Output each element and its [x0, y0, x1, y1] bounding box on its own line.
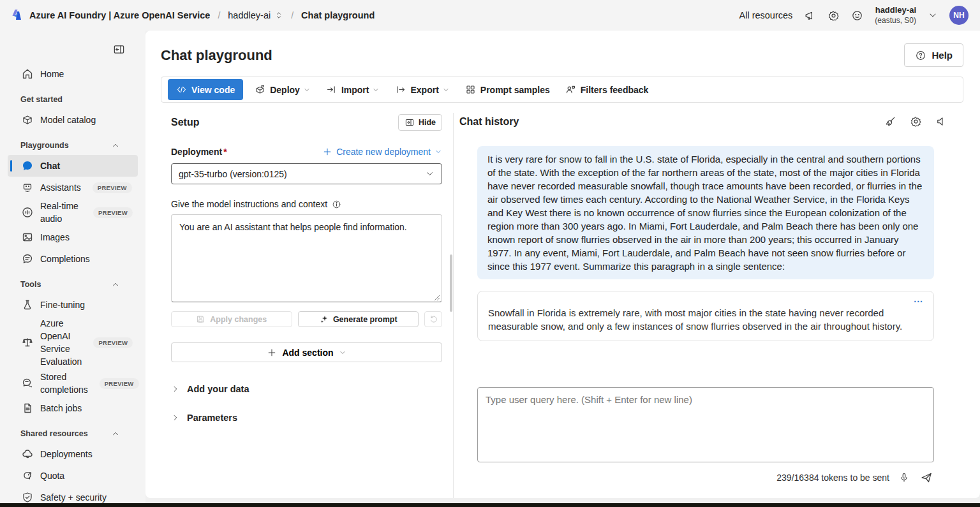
breadcrumb-separator: / [291, 10, 293, 20]
hide-setup-button[interactable]: Hide [398, 114, 442, 131]
sidebar-collapse-button[interactable] [112, 42, 126, 57]
sidebar-item-label: Images [40, 231, 70, 244]
sidebar-item-model-catalog[interactable]: Model catalog [0, 109, 139, 131]
send-icon [920, 471, 933, 484]
account-info[interactable]: haddley-ai (eastus, S0) [875, 5, 916, 25]
batch-jobs-icon [21, 402, 34, 415]
clear-chat-button[interactable] [883, 114, 898, 129]
instructions-label: Give the model instructions and context [171, 199, 442, 209]
sidebar-item-batch-jobs[interactable]: Batch jobs [0, 397, 139, 419]
deployment-select[interactable]: gpt-35-turbo (version:0125) [171, 163, 442, 184]
main-content: Chat playground Help View code Deploy Im… [145, 31, 980, 498]
deployments-cloud-icon [21, 448, 34, 460]
send-button[interactable] [919, 470, 934, 485]
undo-button[interactable] [424, 311, 442, 327]
info-icon[interactable] [332, 200, 341, 209]
message-more-options[interactable]: ... [488, 295, 923, 304]
sidebar-item-label: Home [40, 68, 64, 80]
chat-icon [21, 159, 34, 172]
filters-feedback-button[interactable]: Filters feedback [558, 79, 657, 100]
chat-panel: Chat history [454, 113, 980, 498]
sidebar-item-label: Deployments [40, 448, 93, 460]
project-switcher-icon[interactable] [274, 11, 283, 20]
sidebar-section-tools[interactable]: Tools [0, 275, 145, 294]
resize-handle-icon[interactable] [434, 295, 440, 301]
sidebar-section-playgrounds[interactable]: Playgrounds [0, 136, 145, 155]
view-code-button[interactable]: View code [168, 79, 243, 100]
sidebar-item-label: Batch jobs [40, 402, 82, 415]
scrollbar-thumb[interactable] [450, 254, 452, 312]
feedback-button[interactable] [851, 10, 863, 22]
sidebar-item-safety-security[interactable]: Safety + security [0, 487, 139, 503]
export-icon [395, 84, 406, 95]
prompt-samples-button[interactable]: Prompt samples [457, 79, 558, 100]
required-marker: * [223, 147, 226, 157]
chevron-down-icon [442, 86, 450, 94]
add-section-button[interactable]: Add section [171, 342, 442, 362]
completions-icon [21, 253, 34, 265]
account-name: haddley-ai [875, 5, 916, 15]
chat-input-area: 239/16384 tokens to be sent [477, 387, 934, 485]
announcements-button[interactable] [804, 10, 816, 22]
sparkle-icon [319, 314, 329, 324]
deploy-button[interactable]: Deploy [247, 79, 318, 100]
settings-button[interactable] [828, 10, 840, 22]
speaker-icon [935, 115, 947, 128]
preview-badge: PREVIEW [93, 337, 133, 348]
chat-settings-button[interactable] [909, 114, 923, 129]
sidebar-item-quota[interactable]: Quota [0, 465, 139, 487]
sidebar-item-label: Assistants [40, 181, 81, 194]
parameters-accordion[interactable]: Parameters [171, 413, 442, 423]
chevron-right-icon [171, 413, 180, 422]
export-button[interactable]: Export [387, 79, 457, 100]
topbar-right: All resources haddley-ai (eastus, S0) NH [739, 5, 969, 25]
setup-panel: Setup Hide Deployment* Create new deploy… [145, 113, 454, 498]
preview-badge: PREVIEW [100, 378, 139, 389]
apply-changes-button[interactable]: Apply changes [171, 311, 292, 327]
avatar[interactable]: NH [949, 6, 969, 25]
playground-toolbar: View code Deploy Import Export Prompt sa… [161, 77, 963, 103]
sidebar-item-images[interactable]: Images [0, 226, 139, 248]
create-new-deployment-button[interactable]: Create new deployment [322, 147, 442, 157]
sidebar-item-aoai-evaluation[interactable]: Azure OpenAI Service Evaluation PREVIEW [0, 316, 139, 369]
user-query-input[interactable] [477, 387, 934, 462]
all-resources-link[interactable]: All resources [739, 10, 792, 20]
account-chevron-down-icon[interactable] [928, 10, 938, 20]
sidebar-item-label: Safety + security [40, 491, 107, 503]
microphone-button[interactable] [897, 471, 911, 485]
brand[interactable]: Azure AI Foundry | Azure OpenAI Service [10, 8, 210, 23]
sidebar-section-shared-resources[interactable]: Shared resources [0, 424, 145, 443]
model-catalog-icon [21, 114, 34, 126]
person-feedback-icon [565, 84, 576, 95]
microphone-icon [898, 472, 910, 483]
sidebar-item-realtime-audio[interactable]: Real-time audio PREVIEW [0, 198, 139, 226]
help-button[interactable]: Help [904, 43, 963, 67]
import-button[interactable]: Import [318, 79, 388, 100]
shield-check-icon [21, 491, 34, 503]
breadcrumb-separator: / [218, 10, 220, 20]
sidebar-item-assistants[interactable]: Assistants PREVIEW [0, 177, 139, 198]
sidebar-item-chat[interactable]: Chat [8, 155, 138, 177]
sidebar-item-completions[interactable]: Completions [0, 248, 139, 270]
sidebar-item-fine-tuning[interactable]: Fine-tuning [0, 294, 139, 316]
deployment-selected-value: gpt-35-turbo (version:0125) [179, 169, 287, 179]
sidebar-item-deployments[interactable]: Deployments [0, 443, 139, 465]
assistant-message-bubble: ... Snowfall in Florida is extremely rar… [477, 291, 934, 341]
setup-title: Setup [171, 117, 199, 128]
sidebar-item-stored-completions[interactable]: Stored completions PREVIEW [0, 369, 139, 397]
topbar: Azure AI Foundry | Azure OpenAI Service … [0, 0, 980, 31]
undo-icon [429, 314, 438, 324]
selected-indicator [10, 160, 12, 172]
chat-messages: It is very rare for snow to fall in the … [477, 146, 934, 341]
add-your-data-accordion[interactable]: Add your data [171, 384, 442, 394]
code-icon [176, 84, 187, 95]
sidebar-item-home[interactable]: Home [0, 63, 139, 85]
read-aloud-button[interactable] [934, 114, 949, 129]
system-message-textarea[interactable]: You are an AI assistant that helps peopl… [171, 214, 442, 302]
breadcrumb-project[interactable]: haddley-ai [228, 10, 283, 20]
chat-history-title: Chat history [459, 116, 519, 128]
breadcrumb-page: Chat playground [301, 10, 375, 20]
user-message-text: It is very rare for snow to fall in the … [487, 154, 922, 272]
generate-prompt-button[interactable]: Generate prompt [298, 311, 419, 327]
stored-completions-icon [21, 377, 34, 390]
